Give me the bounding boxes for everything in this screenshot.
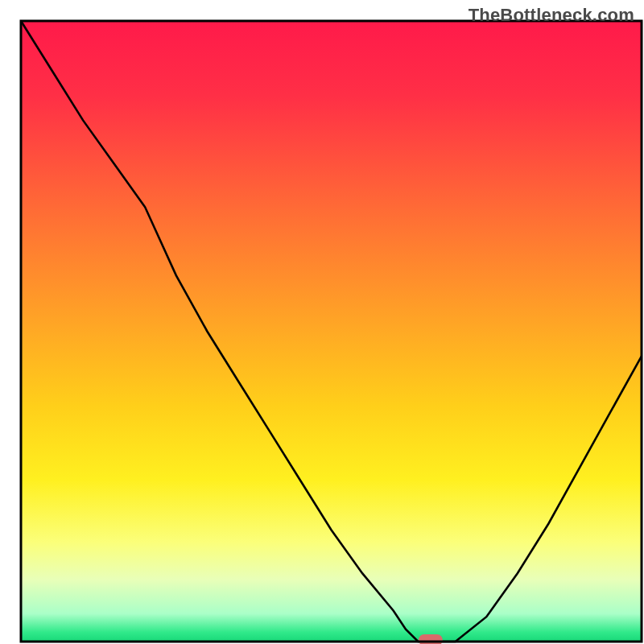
chart-svg bbox=[0, 0, 644, 644]
watermark-text: TheBottleneck.com bbox=[469, 5, 634, 26]
plot-background bbox=[21, 21, 642, 642]
bottleneck-chart: TheBottleneck.com bbox=[0, 0, 644, 644]
